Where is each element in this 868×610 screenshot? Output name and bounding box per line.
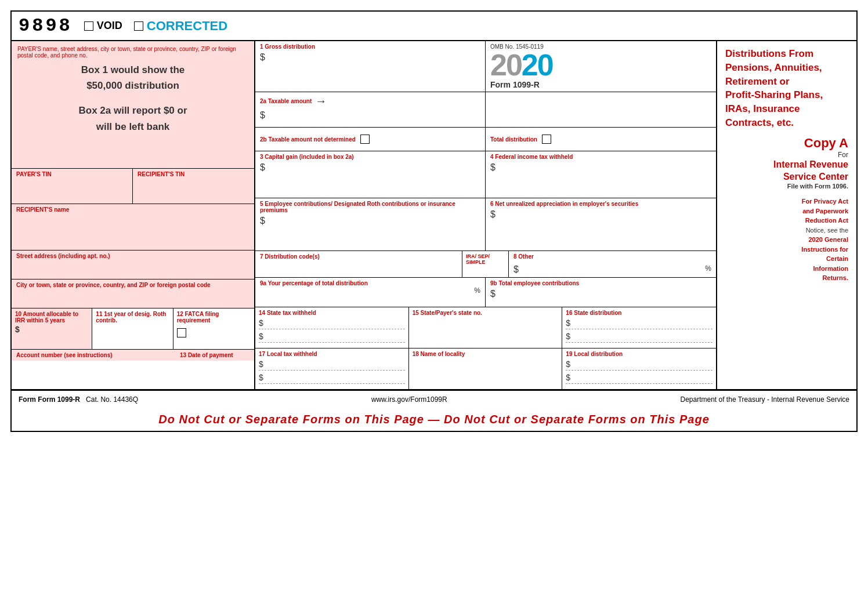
- payer-line3: Box 2a will report $0 or: [17, 103, 248, 118]
- box8-label: 8 Other: [513, 253, 711, 260]
- city-label: City or town, state or province, country…: [16, 282, 211, 288]
- box1-label: 1 Gross distribution: [260, 43, 480, 50]
- right-column: Distributions From Pensions, Annuities, …: [717, 41, 856, 389]
- recipient-name-label: RECIPIENT'S name: [16, 206, 69, 213]
- recipients-tin-cell: RECIPIENT'S TIN: [133, 169, 254, 204]
- main-grid: PAYER'S name, street address, city or to…: [12, 41, 856, 390]
- box2b-total-checkbox[interactable]: [542, 135, 551, 144]
- box8-percent: %: [705, 264, 711, 273]
- box14-dollar2: $: [259, 331, 405, 343]
- corrected-box: CORRECTED: [134, 19, 227, 34]
- file-label: File with Form 1096.: [725, 183, 848, 190]
- box18-cell: 18 Name of locality: [409, 348, 563, 389]
- box8-dollar: $: [513, 264, 519, 275]
- year-display: 2020: [490, 50, 711, 80]
- box5-6-area: 5 Employee contributions/ Designated Rot…: [255, 198, 716, 251]
- payer-box: PAYER'S name, street address, city or to…: [12, 41, 254, 169]
- year-20: 20: [490, 48, 522, 82]
- title-line1: Distributions From: [725, 48, 813, 59]
- form-bottom-label: Form Form 1099-R Cat. No. 14436Q: [19, 395, 138, 404]
- payer-line4: will be left bank: [17, 119, 248, 135]
- privacy-line3: Reduction Act: [805, 217, 848, 224]
- copy-label: Copy A: [725, 136, 848, 151]
- title-line5: IRAs, Insurance: [725, 103, 800, 114]
- box11-label: 11 1st year of desig. Roth contrib.: [96, 311, 169, 324]
- box7-label: 7 Distribution code(s): [260, 253, 457, 260]
- irs-line1: Internal Revenue: [773, 159, 848, 169]
- box2b-checkbox[interactable]: [360, 135, 370, 144]
- box6-right: 6 Net unrealized appreciation in employe…: [486, 198, 716, 250]
- box10-cell: 10 Amount allocable to IRR within 5 year…: [12, 308, 92, 349]
- form-container: 9898 VOID CORRECTED PAYER'S name, street…: [10, 10, 858, 432]
- box14-area: 14 State tax withheld $ $ 15 State/Payer…: [255, 307, 716, 348]
- box3-4-area: 3 Capital gain (included in box 2a) $ 4 …: [255, 151, 716, 198]
- box9b-right: 9b Total employee contributions $: [486, 278, 716, 307]
- account-box: Account number (see instructions) 13 Dat…: [12, 350, 254, 361]
- box14-cell: 14 State tax withheld $ $: [255, 307, 409, 348]
- box10-dollar: $: [15, 324, 88, 335]
- privacy-line4: Notice, see the: [806, 227, 848, 234]
- mid-column: 1 Gross distribution $ OMB No. 1545-0119…: [255, 41, 717, 389]
- box14-dollar1: $: [259, 317, 405, 329]
- box19-label: 19 Local distribution: [566, 351, 713, 357]
- box12-checkbox[interactable]: [177, 328, 186, 337]
- for-label: For: [725, 151, 848, 159]
- box12-cell: 12 FATCA filing requirement: [173, 308, 254, 349]
- box17-cell: 17 Local tax withheld $ $: [255, 348, 409, 389]
- privacy-line9: Returns.: [822, 274, 848, 281]
- box5-dollar: $: [260, 216, 480, 226]
- privacy-text: For Privacy Act and Paperwork Reduction …: [725, 197, 848, 283]
- irs-label: Internal Revenue Service Center: [725, 159, 848, 183]
- box8-right: 8 Other $ %: [509, 251, 716, 277]
- box18-label: 18 Name of locality: [413, 351, 559, 357]
- payers-tin-label: PAYER'S TIN: [16, 171, 52, 177]
- box16-label: 16 State distribution: [566, 310, 713, 316]
- do-not-cut-text: Do Not Cut or Separate Forms on This Pag…: [158, 413, 710, 426]
- box3-dollar: $: [260, 162, 480, 173]
- box2a-label: 2a Taxable amount: [260, 98, 312, 104]
- box1-area: 1 Gross distribution $ OMB No. 1545-0119…: [255, 41, 716, 92]
- privacy-line7: Certain: [826, 255, 848, 262]
- box2b-label: 2b Taxable amount not determined: [260, 136, 356, 143]
- box9b-dollar: $: [490, 289, 711, 299]
- payer-label: PAYER'S name, street address, city or to…: [17, 46, 248, 59]
- title-line6: Contracts, etc.: [725, 117, 794, 128]
- website-label: www.irs.gov/Form1099R: [371, 395, 447, 404]
- box3-left: 3 Capital gain (included in box 2a) $: [255, 151, 486, 198]
- do-not-cut-bar: Do Not Cut or Separate Forms on This Pag…: [12, 408, 856, 431]
- dept-label: Department of the Treasury - Internal Re…: [681, 395, 849, 404]
- title-line2: Pensions, Annuities,: [725, 62, 822, 73]
- box1-right: OMB No. 1545-0119 2020 Form 1099-R: [486, 41, 716, 92]
- ira-label: IRA/ SEP/ SIMPLE: [466, 253, 505, 265]
- recipient-name-box: RECIPIENT'S name: [12, 204, 254, 250]
- box9b-label: 9b Total employee contributions: [490, 280, 711, 286]
- city-box: City or town, state or province, country…: [12, 279, 254, 308]
- box16-dollar1: $: [566, 317, 713, 329]
- box9a-label: 9a Your percentage of total distribution: [260, 280, 480, 286]
- form-number: 9898: [19, 15, 73, 37]
- payer-line2: $50,000 distribution: [17, 78, 248, 93]
- payer-line1: Box 1 would show the: [17, 62, 248, 78]
- box3-label: 3 Capital gain (included in box 2a): [260, 154, 480, 160]
- box6-dollar: $: [490, 209, 711, 220]
- box19-dollar2: $: [566, 372, 713, 384]
- year-suffix: 20: [522, 48, 553, 82]
- corrected-checkbox[interactable]: [134, 21, 143, 31]
- box1-dollar: $: [260, 52, 480, 63]
- box9a-percent: %: [474, 286, 480, 295]
- box14-label: 14 State tax withheld: [259, 310, 405, 316]
- tin-row: PAYER'S TIN RECIPIENT'S TIN: [12, 169, 254, 204]
- box19-dollar1: $: [566, 358, 713, 371]
- street-label: Street address (including apt. no.): [16, 253, 110, 259]
- privacy-line6: Instructions for: [801, 246, 848, 253]
- left-column: PAYER'S name, street address, city or to…: [12, 41, 255, 389]
- payers-tin-cell: PAYER'S TIN: [12, 169, 133, 204]
- box17-label: 17 Local tax withheld: [259, 351, 405, 357]
- box16-cell: 16 State distribution $ $: [562, 307, 716, 348]
- box1-left: 1 Gross distribution $: [255, 41, 486, 92]
- privacy-line5: 2020 General: [809, 236, 849, 243]
- box2a-right: [486, 92, 716, 127]
- void-checkbox[interactable]: [84, 21, 93, 31]
- box11-cell: 11 1st year of desig. Roth contrib.: [92, 308, 173, 349]
- box2a-left: 2a Taxable amount → $: [255, 92, 486, 127]
